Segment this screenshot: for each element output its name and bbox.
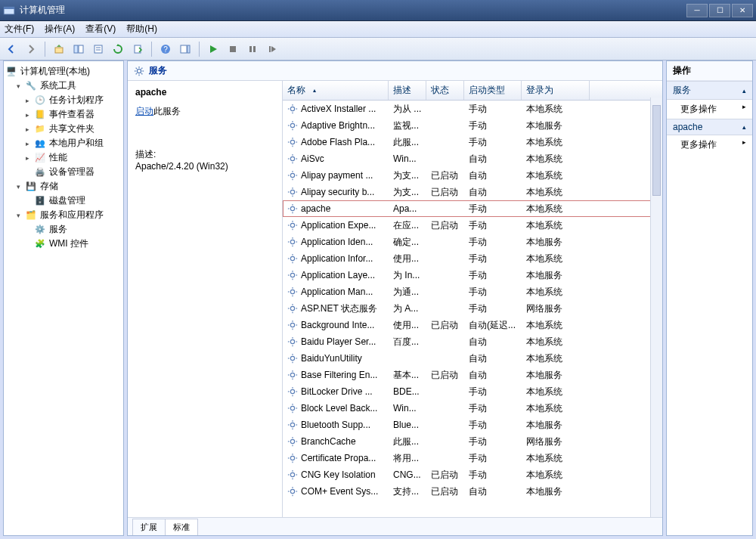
actions-more-2[interactable]: 更多操作▸ (667, 135, 752, 154)
service-row[interactable]: COM+ Event Sys...支持...已启动自动本地服务 (283, 483, 662, 500)
tree-item-events[interactable]: ▸📒事件查看器 (23, 107, 122, 122)
computer-icon: 🖥️ (5, 66, 17, 78)
restart-service-button[interactable] (264, 41, 280, 57)
window-title: 计算机管理 (20, 4, 686, 17)
show-hide-tree-button[interactable] (70, 41, 87, 57)
service-row[interactable]: Baidu Player Ser...百度...自动本地系统 (283, 333, 662, 350)
service-row[interactable]: Adaptive Brightn...监视...手动本地服务 (283, 117, 662, 134)
svg-point-96 (290, 339, 294, 343)
svg-point-116 (290, 406, 294, 410)
svg-point-56 (290, 206, 294, 210)
col-logon[interactable]: 登录为 (522, 81, 590, 100)
service-row[interactable]: BranchCache此服...手动网络服务 (283, 433, 662, 450)
up-button[interactable] (51, 41, 67, 57)
tree-item-services[interactable]: ⚙️服务 (23, 222, 122, 237)
svg-point-76 (290, 273, 294, 277)
tab-extended[interactable]: 扩展 (132, 519, 166, 535)
actions-more-1[interactable]: 更多操作▸ (667, 100, 752, 119)
service-row[interactable]: apacheApa...手动本地系统 (283, 200, 662, 217)
center-panel: 服务 apache 启动此服务 描述: Apache/2.4.20 (Win32… (127, 60, 663, 536)
svg-point-131 (290, 456, 294, 460)
actions-pane: 操作 服务▴ 更多操作▸ apache▴ 更多操作▸ (666, 60, 753, 536)
close-button[interactable]: ✕ (732, 4, 753, 17)
tree-item-shared[interactable]: ▸📁共享文件夹 (23, 122, 122, 136)
svg-rect-4 (79, 45, 83, 53)
gear-icon: ⚙️ (34, 224, 46, 236)
actions-group-apache[interactable]: apache▴ (667, 119, 752, 135)
tree-group-system-tools[interactable]: ▾🔧系统工具 (14, 79, 122, 93)
toolbar: ? (0, 38, 756, 60)
service-row[interactable]: Block Level Back...Win...手动本地系统 (283, 400, 662, 417)
tree-item-users[interactable]: ▸👥本地用户和组 (23, 136, 122, 150)
svg-rect-1 (4, 7, 14, 9)
service-row[interactable]: BaiduYunUtility自动本地系统 (283, 350, 662, 367)
service-row[interactable]: Base Filtering En...基本...已启动自动本地服务 (283, 367, 662, 383)
clock-icon: 🕒 (34, 94, 46, 107)
svg-point-136 (290, 472, 294, 476)
tree-root[interactable]: 🖥️计算机管理(本地) (5, 64, 122, 79)
stop-service-button[interactable] (225, 41, 241, 57)
service-row[interactable]: Alipay payment ...为支...已启动自动本地系统 (283, 167, 662, 184)
svg-rect-2 (55, 48, 63, 53)
service-row[interactable]: Background Inte...使用...已启动自动(延迟...本地系统 (283, 317, 662, 333)
service-row[interactable]: Application Laye...为 In...手动本地服务 (283, 267, 662, 283)
service-row[interactable]: Application Expe...在应...已启动手动本地系统 (283, 217, 662, 234)
refresh-button[interactable] (110, 41, 126, 57)
tree-item-disk[interactable]: 🗄️磁盘管理 (23, 194, 122, 208)
services-list[interactable]: 名称▴ 描述 状态 启动类型 登录为 ActiveX Installer ...… (283, 81, 662, 517)
actions-header: 操作 (667, 61, 752, 81)
svg-point-81 (290, 290, 294, 293)
svg-point-121 (290, 423, 294, 426)
help-button[interactable]: ? (157, 41, 174, 57)
menu-file[interactable]: 文件(F) (5, 23, 34, 36)
selected-service-name: apache (135, 87, 274, 98)
col-desc[interactable]: 描述 (389, 81, 426, 100)
minimize-button[interactable]: ─ (686, 4, 708, 17)
col-name[interactable]: 名称▴ (283, 81, 389, 100)
pause-service-button[interactable] (244, 41, 261, 57)
tree-item-perf[interactable]: ▸📈性能 (23, 150, 122, 165)
menu-action[interactable]: 操作(A) (45, 23, 75, 36)
service-row[interactable]: BitLocker Drive ...BDE...手动本地系统 (283, 383, 662, 400)
service-row[interactable]: Application Infor...使用...手动本地系统 (283, 250, 662, 267)
svg-point-17 (137, 69, 141, 73)
nav-back-button[interactable] (3, 41, 20, 57)
tree-item-wmi[interactable]: 🧩WMI 控件 (23, 237, 122, 251)
service-row[interactable]: ActiveX Installer ...为从 ...手动本地系统 (283, 101, 662, 117)
col-start-type[interactable]: 启动类型 (464, 81, 522, 100)
vertical-scrollbar[interactable] (650, 98, 662, 517)
service-row[interactable]: Certificate Propa...将用...手动本地系统 (283, 450, 662, 466)
export-button[interactable] (129, 41, 146, 57)
actions-group-services[interactable]: 服务▴ (667, 81, 752, 100)
svg-point-141 (290, 489, 294, 493)
svg-rect-13 (230, 46, 236, 52)
nav-forward-button[interactable] (23, 41, 39, 57)
svg-point-41 (290, 156, 294, 160)
service-row[interactable]: CNG Key IsolationCNG...已启动手动本地系统 (283, 466, 662, 483)
service-row[interactable]: Adobe Flash Pla...此服...手动本地系统 (283, 134, 662, 150)
properties-button[interactable] (90, 41, 107, 57)
scrollbar-thumb[interactable] (652, 105, 661, 196)
service-row[interactable]: AiSvcWin...自动本地系统 (283, 150, 662, 167)
service-row[interactable]: Application Iden...确定...手动本地服务 (283, 234, 662, 250)
service-row[interactable]: Bluetooth Supp...Blue...手动本地服务 (283, 417, 662, 433)
maximize-button[interactable]: ☐ (709, 4, 730, 17)
navigation-tree[interactable]: 🖥️计算机管理(本地) ▾🔧系统工具 ▸🕒任务计划程序 ▸📒事件查看器 ▸📁共享… (3, 60, 124, 536)
svg-point-51 (290, 190, 294, 194)
svg-point-26 (290, 107, 294, 110)
service-row[interactable]: Application Man...为通...手动本地系统 (283, 283, 662, 300)
start-service-link[interactable]: 启动 (135, 106, 153, 116)
col-status[interactable]: 状态 (426, 81, 464, 100)
tree-group-storage[interactable]: ▾💾存储 (14, 179, 122, 194)
menu-view[interactable]: 查看(V) (85, 23, 116, 36)
menu-help[interactable]: 帮助(H) (126, 23, 157, 36)
tab-standard[interactable]: 标准 (165, 519, 198, 535)
service-row[interactable]: Alipay security b...为支...已启动自动本地系统 (283, 184, 662, 200)
start-service-button[interactable] (205, 41, 222, 57)
toggle-action-pane-button[interactable] (177, 41, 194, 57)
service-row[interactable]: ASP.NET 状态服务为 A...手动网络服务 (283, 300, 662, 317)
storage-icon: 💾 (25, 181, 37, 193)
tree-item-device[interactable]: 🖨️设备管理器 (23, 165, 122, 179)
tree-group-services-apps[interactable]: ▾🗂️服务和应用程序 (14, 208, 122, 222)
tree-item-scheduler[interactable]: ▸🕒任务计划程序 (23, 93, 122, 107)
